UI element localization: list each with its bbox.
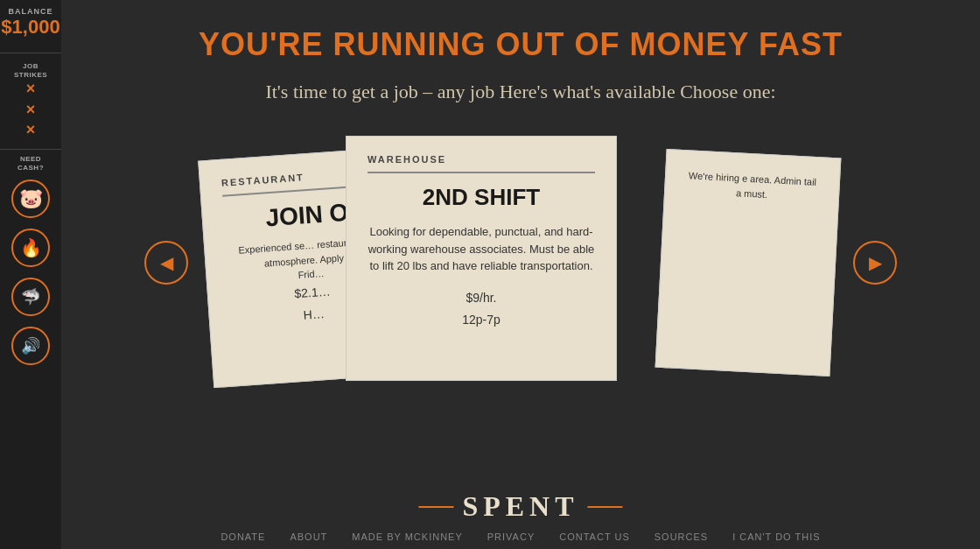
piggy-bank-button[interactable]: 🐷: [11, 179, 50, 218]
shark-icon: 🦈: [21, 287, 40, 306]
prev-card-button[interactable]: ◀: [144, 241, 188, 285]
main-content: YOU'RE RUNNING OUT OF MONEY FAST It's ti…: [61, 0, 980, 549]
strike-2: ×: [14, 100, 47, 120]
footer-cant-do-this[interactable]: I CAN'T DO THIS: [732, 531, 820, 542]
fire-icon: 🔥: [20, 237, 42, 258]
footer-contact-us[interactable]: CONTACT US: [559, 531, 630, 542]
warehouse-category: WAREHOUSE: [368, 154, 595, 165]
third-card-description: We're hiring e area. Admin tail a must.: [686, 168, 819, 204]
fire-button[interactable]: 🔥: [11, 229, 50, 267]
card-divider-center: [368, 172, 595, 173]
warehouse-hours: 12p-7p: [368, 309, 595, 331]
right-arrow-icon: ▶: [869, 252, 882, 273]
sound-button[interactable]: 🔊: [11, 327, 50, 365]
sidebar-divider-2: [0, 149, 61, 150]
page-headline: YOU'RE RUNNING OUT OF MONEY FAST: [199, 26, 843, 63]
footer-mckinney[interactable]: MADE BY MCKINNEY: [352, 531, 462, 542]
page-subheadline: It's time to get a job – any job Here's …: [265, 77, 775, 106]
job-strikes-label: JOBSTRIKES: [14, 62, 47, 79]
need-cash-label: NEEDCASH?: [18, 155, 44, 172]
logo-line-left: [418, 506, 453, 508]
balance-amount: $1,000: [1, 16, 60, 39]
footer-sources[interactable]: SOURCES: [654, 531, 708, 542]
warehouse-title: 2ND SHIFT: [368, 184, 595, 211]
speaker-icon: 🔊: [21, 336, 40, 355]
warehouse-wage: $9/hr.: [368, 287, 595, 309]
third-card[interactable]: We're hiring e area. Admin tail a must.: [655, 149, 842, 377]
balance-section: BALANCE $1,000: [1, 7, 60, 39]
footer-about[interactable]: ABOUT: [290, 531, 327, 542]
next-card-button[interactable]: ▶: [853, 241, 897, 285]
strike-1: ×: [14, 79, 47, 99]
sidebar: BALANCE $1,000 JOBSTRIKES × × × NEEDCASH…: [0, 0, 61, 549]
spent-logo: SPENT: [418, 490, 622, 523]
left-arrow-icon: ◀: [160, 252, 173, 273]
footer-privacy[interactable]: PRIVACY: [487, 531, 535, 542]
logo-text: SPENT: [462, 490, 578, 523]
sidebar-divider: [0, 53, 61, 53]
footer-nav: DONATE ABOUT MADE BY MCKINNEY PRIVACY CO…: [61, 531, 980, 542]
piggy-bank-icon: 🐷: [19, 187, 43, 210]
shark-button[interactable]: 🦈: [11, 278, 50, 316]
warehouse-description: Looking for dependable, punctual, and ha…: [368, 223, 595, 275]
warehouse-card[interactable]: WAREHOUSE 2ND SHIFT Looking for dependab…: [346, 136, 617, 381]
footer-donate[interactable]: DONATE: [220, 531, 265, 542]
strike-3: ×: [14, 120, 47, 140]
logo-line-right: [588, 506, 623, 508]
job-cards-container: ◀ RESTAURANT JOIN O Experienced se… rest…: [171, 127, 871, 398]
job-strikes-section: JOBSTRIKES × × ×: [14, 62, 47, 140]
balance-label: BALANCE: [1, 7, 60, 16]
